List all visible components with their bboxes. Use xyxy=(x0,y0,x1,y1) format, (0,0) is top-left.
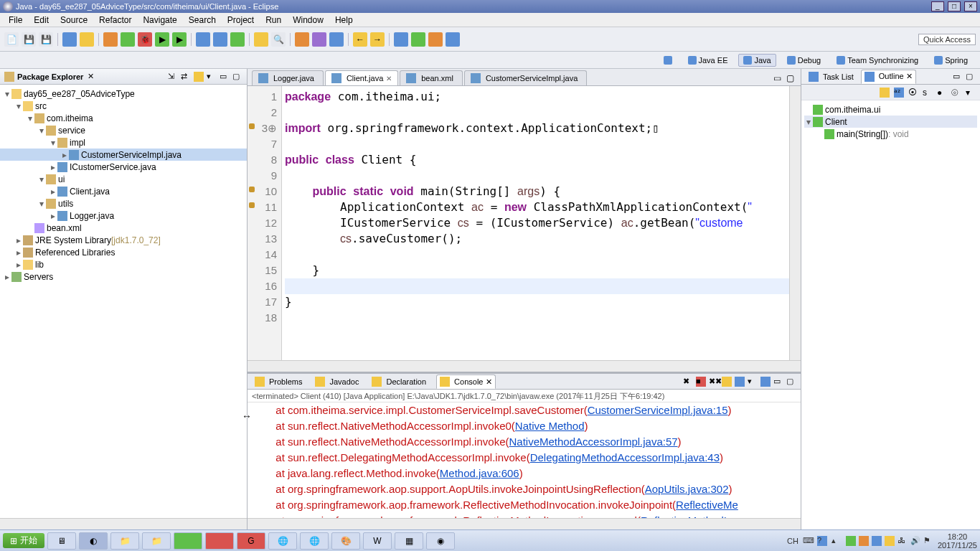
minimize-view-icon[interactable]: ▭ xyxy=(220,72,230,82)
tree-item[interactable]: ▸lib xyxy=(0,258,247,270)
tree-item[interactable]: ▾day65_ee287_05AdviceType xyxy=(0,88,247,100)
tray-icon[interactable] xyxy=(885,536,895,546)
console-open-icon[interactable] xyxy=(760,377,771,387)
stack-link[interactable]: ReflectiveMe xyxy=(676,499,738,511)
open-perspective-button[interactable] xyxy=(659,54,677,67)
ime-indicator[interactable]: CH xyxy=(787,537,798,545)
toolbar-icon[interactable] xyxy=(80,32,94,47)
taskbar-app[interactable]: G xyxy=(237,532,265,550)
new-class-button[interactable] xyxy=(196,32,210,47)
tray-icon[interactable]: ⌨ xyxy=(803,536,813,546)
scrollbar-horizontal[interactable] xyxy=(248,518,801,529)
right-tab-task-list[interactable]: Task List xyxy=(806,70,857,83)
start-button[interactable]: ⊞ 开始 xyxy=(3,533,44,548)
right-tab-outline[interactable]: Outline ✕ xyxy=(861,70,916,84)
bottom-tab-declaration[interactable]: Declaration xyxy=(369,375,429,388)
stack-link[interactable]: DelegatingMethodAccessorImpl.java:43 xyxy=(530,451,720,463)
stack-link[interactable]: AopUtils.java:302 xyxy=(645,483,729,495)
menu-window[interactable]: Window xyxy=(287,15,329,25)
search-button[interactable]: 🔍 xyxy=(271,32,286,47)
collapse-all-icon[interactable]: ⇲ xyxy=(168,72,178,82)
toolbar-icon[interactable] xyxy=(295,32,309,47)
toolbar-icon[interactable] xyxy=(230,32,245,47)
bottom-tab-javadoc[interactable]: Javadoc xyxy=(312,375,362,388)
forward-button[interactable]: → xyxy=(370,32,385,47)
view-max-icon[interactable]: ▢ xyxy=(786,377,796,387)
toolbar-icon[interactable] xyxy=(103,32,118,47)
editor-tab[interactable]: bean.xml xyxy=(400,70,463,85)
taskbar-app-explorer[interactable]: 📁 xyxy=(142,532,171,550)
save-all-button[interactable]: 💾 xyxy=(39,32,53,47)
toolbar-icon[interactable] xyxy=(428,32,443,47)
scrollbar-horizontal[interactable] xyxy=(248,360,801,372)
scrollbar-vertical[interactable] xyxy=(789,86,801,360)
quick-access-box[interactable]: Quick Access xyxy=(918,34,976,45)
editor-tab[interactable]: Client.java✕ xyxy=(325,70,398,85)
console-remove-icon[interactable]: ✖✖ xyxy=(709,377,719,387)
hide-nonpublic-icon[interactable]: ● xyxy=(937,88,947,98)
new-button[interactable]: 📄 xyxy=(4,32,19,47)
code-area[interactable]: package com.itheima.ui; import org.sprin… xyxy=(282,86,789,360)
taskbar-app[interactable] xyxy=(174,532,202,550)
menu-project[interactable]: Project xyxy=(222,15,260,25)
tray-icon[interactable] xyxy=(859,536,869,546)
taskbar-app-explorer[interactable]: 📁 xyxy=(110,532,139,550)
bottom-tab-problems[interactable]: Problems xyxy=(252,375,305,388)
editor-min-icon[interactable]: ▭ xyxy=(773,73,783,83)
perspective-team-synchronizing[interactable]: Team Synchronizing xyxy=(831,54,923,67)
close-tab-icon[interactable]: ✕ xyxy=(386,75,392,83)
stack-link[interactable]: CustomerServiceImpl.java:15 xyxy=(588,404,728,416)
tray-icon[interactable] xyxy=(846,536,856,546)
coverage-button[interactable]: ▶ xyxy=(172,32,187,47)
tree-item[interactable]: ▸ICustomerService.java xyxy=(0,161,247,173)
clock[interactable]: 18:20 2017/11/25 xyxy=(938,532,977,550)
console-terminate-icon[interactable]: ■ xyxy=(696,377,706,387)
menu-run[interactable]: Run xyxy=(260,15,287,25)
network-icon[interactable]: 🖧 xyxy=(897,536,908,546)
taskbar-app-chrome[interactable]: 🌐 xyxy=(268,532,297,550)
tree-item[interactable]: ▾ui xyxy=(0,173,247,185)
debug-button[interactable]: 🐞 xyxy=(138,32,152,47)
new-package-button[interactable] xyxy=(213,32,227,47)
view-menu-icon[interactable]: ▾ xyxy=(207,72,217,82)
outline-item[interactable]: com.itheima.ui xyxy=(804,103,977,116)
back-button[interactable]: ← xyxy=(353,32,367,47)
taskbar-app[interactable]: ◉ xyxy=(426,532,455,550)
tray-icon[interactable]: ? xyxy=(817,536,827,546)
tree-item[interactable]: ▾src xyxy=(0,100,247,112)
hide-fields-icon[interactable]: ⦿ xyxy=(908,88,918,98)
tray-icon[interactable]: ⚑ xyxy=(923,536,933,546)
view-close-icon[interactable]: ✕ xyxy=(88,72,94,81)
taskbar-app[interactable] xyxy=(205,532,234,550)
bottom-tab-console[interactable]: Console ✕ xyxy=(436,375,495,389)
taskbar-app[interactable]: 🖥 xyxy=(47,532,76,550)
sort-icon[interactable]: ᵃᶻ xyxy=(894,88,904,98)
menu-file[interactable]: File xyxy=(3,15,28,25)
run-button[interactable]: ▶ xyxy=(155,32,169,47)
tree-item[interactable]: ▸Servers xyxy=(0,270,247,283)
scrollbar-horizontal[interactable] xyxy=(0,518,247,529)
menu-refactor[interactable]: Refactor xyxy=(93,15,137,25)
tree-item[interactable]: ▸Referenced Libraries xyxy=(0,246,247,258)
perspective-debug[interactable]: Debug xyxy=(782,54,826,67)
view-max-icon[interactable]: ▢ xyxy=(966,72,976,82)
toolbar-icon[interactable] xyxy=(121,32,135,47)
tree-item[interactable]: ▾utils xyxy=(0,197,247,209)
perspective-spring[interactable]: Spring xyxy=(929,54,973,67)
view-min-icon[interactable]: ▭ xyxy=(953,72,963,82)
stack-link[interactable]: Method.java:606 xyxy=(440,467,519,479)
toolbar-icon[interactable] xyxy=(329,32,344,47)
outline-item[interactable]: main(String[]) : void xyxy=(804,128,977,140)
hide-static-icon[interactable]: s xyxy=(923,88,933,98)
minimize-button[interactable]: _ xyxy=(931,1,944,11)
tree-item[interactable]: ▾impl xyxy=(0,136,247,149)
console-scroll-lock-icon[interactable] xyxy=(722,377,732,387)
view-menu-icon[interactable]: ▾ xyxy=(966,88,976,98)
outline-item[interactable]: ▾Client xyxy=(804,116,977,128)
tree-item[interactable]: ▾com.itheima xyxy=(0,112,247,124)
perspective-java-ee[interactable]: Java EE xyxy=(683,54,733,67)
view-min-icon[interactable]: ▭ xyxy=(773,377,783,387)
package-explorer-tree[interactable]: ▾day65_ee287_05AdviceType▾src▾com.itheim… xyxy=(0,85,247,518)
console-output[interactable]: at com.itheima.service.impl.CustomerServ… xyxy=(248,402,801,518)
volume-icon[interactable]: 🔊 xyxy=(910,536,920,546)
